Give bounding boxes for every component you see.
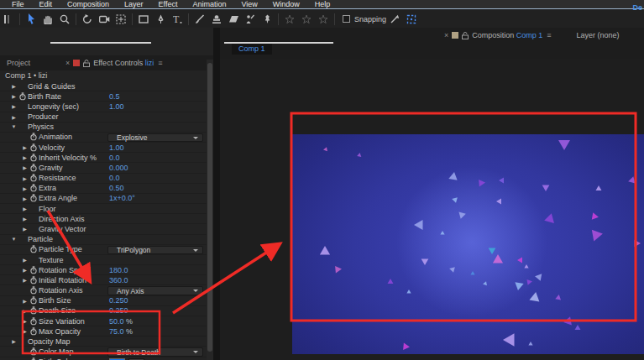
stopwatch-icon[interactable] <box>29 266 39 274</box>
close-icon[interactable]: × <box>444 31 448 39</box>
twirl-right-icon[interactable]: ▶ <box>10 83 18 89</box>
twirl-down-icon[interactable]: ▼ <box>10 237 18 242</box>
twirl-right-icon[interactable]: ▶ <box>10 103 18 109</box>
panel-menu-icon[interactable]: ≡ <box>547 31 551 39</box>
property-row-texture[interactable]: ▶Texture <box>0 255 207 265</box>
twirl-right-icon[interactable]: ▶ <box>21 277 29 283</box>
twirl-right-icon[interactable]: ▶ <box>10 114 18 120</box>
stopwatch-icon[interactable] <box>29 327 39 336</box>
property-row-opacity-map[interactable]: ▶Opacity Map <box>0 337 207 347</box>
property-row-rotation-axis[interactable]: Rotation AxisAny Axis <box>0 285 207 295</box>
stopwatch-icon[interactable] <box>29 174 39 182</box>
stopwatch-icon[interactable] <box>29 194 39 202</box>
property-row-size-variation[interactable]: ▶Size Variation50.0 % <box>0 316 207 326</box>
menu-window[interactable]: Window <box>265 0 307 8</box>
stopwatch-icon[interactable] <box>29 143 39 152</box>
property-row-grid-guides[interactable]: ▶Grid & Guides <box>0 81 207 91</box>
twirl-right-icon[interactable]: ▶ <box>21 185 29 191</box>
property-value[interactable]: 1x+0.0° <box>109 194 135 202</box>
dropdown-color-map[interactable]: Birth to Death <box>107 347 203 357</box>
property-row-velocity[interactable]: ▶Velocity1.00 <box>0 143 207 153</box>
twirl-right-icon[interactable]: ▶ <box>21 267 29 273</box>
property-row-animation[interactable]: AnimationExplosive <box>0 133 207 143</box>
workspace-label[interactable]: De <box>632 3 642 12</box>
dropdown-animation[interactable]: Explosive <box>107 133 203 143</box>
property-row-birth-size[interactable]: ▶Birth Size0.250 <box>0 296 207 306</box>
property-row-physics[interactable]: ▼Physics <box>0 123 207 133</box>
stopwatch-icon[interactable] <box>29 317 39 326</box>
twirl-right-icon[interactable]: ▶ <box>21 175 29 181</box>
twirl-right-icon[interactable]: ▶ <box>21 154 29 160</box>
panel-menu-icon[interactable]: ≡ <box>158 59 162 67</box>
twirl-right-icon[interactable]: ▶ <box>10 93 18 99</box>
property-row-max-opacity[interactable]: ▶Max Opacity75.0 % <box>0 326 207 337</box>
convert-vertex-icon[interactable] <box>298 12 315 27</box>
snap-features-icon[interactable] <box>403 12 420 27</box>
stopwatch-icon[interactable] <box>18 92 28 101</box>
property-row-floor[interactable]: ▶Floor <box>0 204 207 214</box>
camera-tool-icon[interactable] <box>96 12 113 27</box>
composition-frame[interactable] <box>292 134 644 354</box>
menu-effect[interactable]: Effect <box>151 0 186 8</box>
property-row-death-size[interactable]: ▶Death Size0.250 <box>0 306 207 316</box>
stopwatch-icon[interactable] <box>29 245 39 253</box>
property-row-initial-rotation[interactable]: ▶Initial Rotation360.0 <box>0 275 207 285</box>
mask-vertex-icon[interactable] <box>315 12 332 27</box>
stopwatch-icon[interactable] <box>29 347 39 356</box>
twirl-right-icon[interactable]: ▶ <box>21 226 29 232</box>
property-value[interactable]: 0.250 <box>109 306 128 315</box>
twirl-right-icon[interactable]: ▶ <box>21 206 29 211</box>
property-row-gravity[interactable]: ▶Gravity0.000 <box>0 163 207 173</box>
property-value[interactable]: 1.00 <box>109 102 124 111</box>
twirl-right-icon[interactable]: ▶ <box>21 328 29 334</box>
tab-composition[interactable]: Composition Comp 1 <box>472 31 542 39</box>
rectangle-tool-icon[interactable] <box>135 12 152 27</box>
scrollbar-thumb[interactable] <box>207 63 212 352</box>
twirl-right-icon[interactable]: ▶ <box>21 216 29 222</box>
menu-help[interactable]: Help <box>307 0 338 8</box>
stopwatch-icon[interactable] <box>29 154 39 162</box>
dropdown-rotation-axis[interactable]: Any Axis <box>107 286 203 295</box>
roto-brush-tool-icon[interactable] <box>242 12 259 27</box>
stopwatch-icon[interactable] <box>29 164 39 172</box>
menu-composition[interactable]: Composition <box>60 0 117 8</box>
hand-tool-icon[interactable] <box>39 12 56 27</box>
stopwatch-icon[interactable] <box>29 133 39 141</box>
eraser-tool-icon[interactable] <box>225 12 242 27</box>
property-row-extra[interactable]: ▶Extra0.50 <box>0 184 207 194</box>
menu-file[interactable]: File <box>4 0 32 8</box>
stopwatch-icon[interactable] <box>29 306 39 315</box>
selection-tool-icon[interactable] <box>23 12 39 27</box>
rotate-tool-icon[interactable] <box>79 12 96 27</box>
property-row-inherit-velocity-[interactable]: ▶Inherit Velocity %0.0 <box>0 153 207 163</box>
type-tool-icon[interactable]: T <box>169 12 186 27</box>
property-row-particle-type[interactable]: Particle TypeTriPolygon <box>0 245 207 255</box>
stopwatch-icon[interactable] <box>29 276 39 284</box>
twirl-right-icon[interactable]: ▶ <box>10 338 18 344</box>
twirl-right-icon[interactable]: ▶ <box>21 298 29 304</box>
twirl-right-icon[interactable]: ▶ <box>21 196 29 201</box>
property-row-direction-axis[interactable]: ▶Direction Axis <box>0 214 207 224</box>
property-value[interactable]: 50.0 % <box>109 317 133 326</box>
dropdown-particle-type[interactable]: TriPolygon <box>107 246 203 255</box>
property-row-longevity-sec-[interactable]: ▶Longevity (sec)1.00 <box>0 102 207 112</box>
clone-stamp-tool-icon[interactable] <box>208 12 225 27</box>
comp-breadcrumb[interactable]: Comp 1 <box>232 44 272 55</box>
property-row-particle[interactable]: ▼Particle <box>0 235 207 245</box>
property-row-birth-rate[interactable]: ▶Birth Rate0.5 <box>0 91 207 102</box>
pen-tool-icon[interactable] <box>152 12 169 27</box>
property-value[interactable]: 0.5 <box>109 92 120 101</box>
stopwatch-icon[interactable] <box>29 184 39 192</box>
close-icon[interactable]: × <box>65 59 70 67</box>
menu-view[interactable]: View <box>233 0 264 8</box>
twirl-down-icon[interactable]: ▼ <box>10 124 18 129</box>
panel-divider[interactable] <box>213 28 220 360</box>
scrollbar[interactable] <box>207 60 213 360</box>
menu-animation[interactable]: Animation <box>185 0 233 8</box>
menu-layer[interactable]: Layer <box>117 0 151 8</box>
tab-layer[interactable]: Layer (none) <box>577 31 620 39</box>
property-row-birth-color[interactable]: Birth Color <box>0 357 207 360</box>
tab-effect-controls[interactable]: Effect Controls lizi <box>93 59 154 67</box>
menu-edit[interactable]: Edit <box>32 0 60 8</box>
stopwatch-icon[interactable] <box>29 286 39 295</box>
